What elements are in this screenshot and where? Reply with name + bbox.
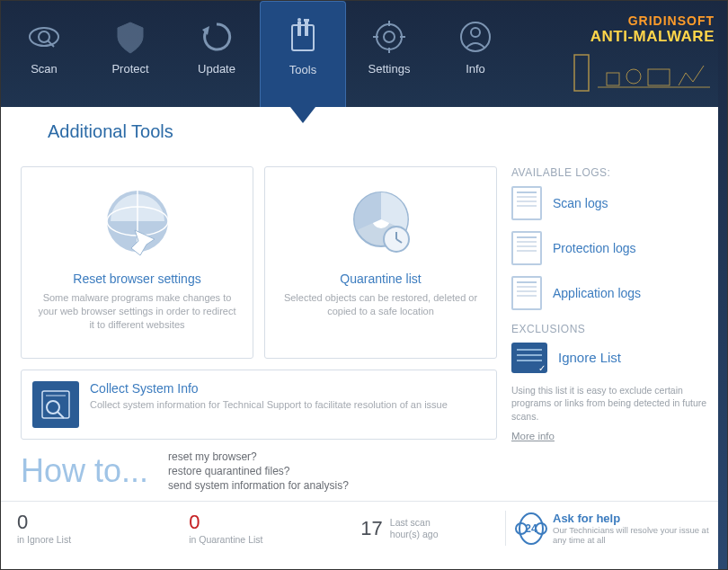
stat-label: in Quarantine List	[189, 534, 353, 545]
how-to-heading: How to...	[21, 452, 148, 490]
card-title: Collect System Info	[90, 381, 448, 396]
exclusions-heading: EXCLUSIONS	[511, 323, 707, 335]
tab-label: Settings	[368, 62, 411, 76]
side-panel: AVAILABLE LOGS: Scan logs Protection log…	[511, 166, 707, 502]
ignore-list-icon	[511, 343, 547, 373]
scan-logs-link[interactable]: Scan logs	[511, 186, 707, 220]
svg-point-20	[626, 69, 641, 84]
protection-log-icon	[511, 231, 542, 265]
svg-point-32	[47, 401, 59, 414]
how-to-section: How to... reset my browser? restore quar…	[21, 450, 497, 492]
quarantine-icon	[341, 183, 422, 264]
svg-point-16	[471, 28, 480, 37]
tools-icon	[283, 18, 323, 58]
help-desc: Our Technicians will resolve your issue …	[553, 525, 711, 546]
help-title: Ask for help	[553, 512, 711, 525]
tab-scan[interactable]: Scan	[1, 10, 87, 100]
last-scan-line: hour(s) ago	[390, 529, 439, 540]
protection-logs-link[interactable]: Protection logs	[511, 231, 707, 265]
tab-info[interactable]: Info	[432, 10, 519, 100]
svg-point-9	[377, 24, 402, 49]
main-tabs: Scan Protect Update Tools Settings	[1, 1, 519, 107]
tab-settings[interactable]: Settings	[346, 10, 432, 100]
log-label: Scan logs	[553, 196, 608, 210]
quarantine-card[interactable]: Quarantine list Selected objects can be …	[264, 166, 497, 359]
ignore-list-link[interactable]: Ignore List	[511, 343, 707, 373]
tab-label: Protect	[111, 62, 148, 76]
app-header: Scan Protect Update Tools Settings	[1, 1, 727, 107]
app-log-icon	[511, 276, 542, 310]
page-title: Additional Tools	[48, 121, 707, 152]
last-scan-line: Last scan	[390, 517, 439, 529]
stat-label: in Ignore List	[17, 534, 182, 545]
refresh-icon	[197, 17, 236, 57]
card-title: Reset browser settings	[73, 272, 200, 286]
scan-icon	[24, 17, 64, 57]
brand: GRIDINSOFT ANTI-MALWARE	[571, 13, 715, 98]
svg-rect-17	[574, 55, 589, 91]
window-edge	[718, 1, 727, 569]
status-bar: 0 in Ignore List 0 in Quarantine List 17…	[1, 501, 727, 555]
svg-point-7	[297, 18, 301, 22]
ignore-stat: 0 in Ignore List	[17, 511, 182, 546]
user-icon	[456, 17, 495, 57]
tab-update[interactable]: Update	[173, 10, 260, 100]
log-label: Application logs	[553, 286, 641, 300]
exclusions-label: Ignore List	[558, 350, 621, 365]
card-desc: Selected objects can be restored, delete…	[274, 291, 487, 319]
globe-reset-icon	[97, 183, 178, 264]
how-to-item[interactable]: send system information for analysis?	[168, 479, 349, 492]
card-desc: Some malware programs make changes to yo…	[31, 291, 244, 333]
svg-line-33	[58, 412, 64, 418]
shield-icon	[111, 17, 150, 57]
tab-label: Tools	[289, 63, 316, 76]
tab-protect[interactable]: Protect	[87, 10, 173, 100]
quarantine-stat: 0 in Quarantine List	[189, 511, 353, 546]
svg-rect-21	[648, 69, 670, 85]
brand-illustration-icon	[571, 51, 715, 94]
brand-top: GRIDINSOFT	[571, 13, 715, 28]
how-to-item[interactable]: reset my browser?	[168, 450, 349, 463]
tab-label: Scan	[31, 62, 58, 76]
tools-panel: Reset browser settings Some malware prog…	[21, 166, 497, 502]
gear-icon	[369, 17, 409, 57]
brand-bottom: ANTI-MALWARE	[571, 28, 715, 46]
logs-heading: AVAILABLE LOGS:	[511, 166, 707, 179]
collect-system-info-card[interactable]: Collect System Info Collect system infor…	[21, 370, 497, 440]
tab-tools[interactable]: Tools	[260, 1, 346, 107]
svg-rect-4	[292, 25, 314, 50]
reset-browser-card[interactable]: Reset browser settings Some malware prog…	[21, 166, 253, 359]
svg-rect-8	[304, 19, 309, 22]
system-info-icon	[32, 381, 79, 428]
ask-for-help[interactable]: 24 Ask for help Our Technicians will res…	[505, 511, 711, 546]
svg-point-10	[384, 31, 395, 42]
log-label: Protection logs	[553, 241, 636, 255]
tab-label: Info	[466, 62, 485, 76]
stat-count: 0	[189, 512, 353, 532]
svg-rect-6	[305, 22, 308, 36]
svg-rect-19	[607, 73, 619, 85]
card-desc: Collect system information for Technical…	[90, 398, 448, 412]
application-logs-link[interactable]: Application logs	[511, 276, 707, 310]
how-to-item[interactable]: restore quarantined files?	[168, 465, 349, 477]
content-area: Additional Tools Reset browser settings …	[1, 107, 727, 501]
tab-label: Update	[198, 62, 235, 76]
stat-count: 0	[17, 512, 182, 532]
headset-24-icon: 24	[519, 512, 544, 545]
card-title: Quarantine list	[340, 272, 421, 286]
svg-rect-5	[297, 22, 301, 36]
scan-log-icon	[511, 186, 542, 220]
exclusions-desc: Using this list it is easy to exclude ce…	[511, 384, 707, 423]
last-scan-stat: 17 Last scan hour(s) ago	[360, 511, 498, 546]
stat-count: 17	[360, 519, 382, 539]
more-info-link[interactable]: More info	[511, 431, 707, 441]
